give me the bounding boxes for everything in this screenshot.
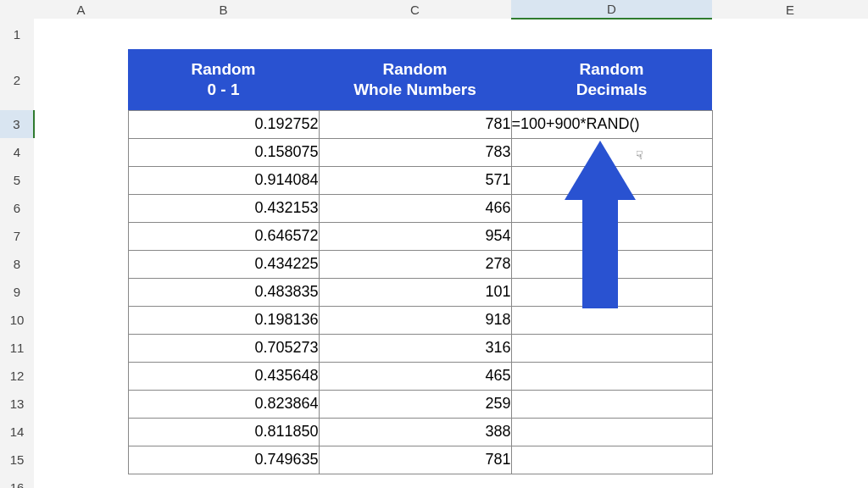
cell-D14[interactable] — [511, 418, 712, 446]
cell-E3[interactable] — [712, 110, 868, 138]
cell-D2-header[interactable]: Random Decimals — [511, 49, 712, 110]
cell-D15[interactable] — [511, 446, 712, 474]
row-header-3[interactable]: 3 — [0, 110, 34, 138]
cell-E9[interactable] — [712, 278, 868, 306]
cell-B16[interactable] — [128, 474, 319, 488]
cell-A1[interactable] — [34, 19, 128, 49]
cell-C8[interactable]: 278 — [319, 250, 511, 278]
select-all-corner[interactable] — [0, 0, 34, 19]
cell-A16[interactable] — [34, 474, 128, 488]
spreadsheet-grid[interactable]: A B C D E 1 2 Random 0 - 1 Random Whole … — [0, 0, 868, 488]
cell-E4[interactable] — [712, 138, 868, 166]
cell-B12[interactable]: 0.435648 — [128, 362, 319, 390]
cell-D4[interactable] — [511, 138, 712, 166]
cell-E8[interactable] — [712, 250, 868, 278]
cell-B11[interactable]: 0.705273 — [128, 334, 319, 362]
cell-E7[interactable] — [712, 222, 868, 250]
row-header-11[interactable]: 11 — [0, 334, 34, 362]
cell-A4[interactable] — [34, 138, 128, 166]
cell-C7[interactable]: 954 — [319, 222, 511, 250]
cell-B15[interactable]: 0.749635 — [128, 446, 319, 474]
row-header-2[interactable]: 2 — [0, 49, 34, 110]
cell-D12[interactable] — [511, 362, 712, 390]
cell-C15[interactable]: 781 — [319, 446, 511, 474]
cell-B4[interactable]: 0.158075 — [128, 138, 319, 166]
cell-E11[interactable] — [712, 334, 868, 362]
col-header-A[interactable]: A — [34, 0, 128, 19]
row-header-10[interactable]: 10 — [0, 306, 34, 334]
cell-B3[interactable]: 0.192752 — [128, 110, 319, 138]
cell-A10[interactable] — [34, 306, 128, 334]
cell-A7[interactable] — [34, 222, 128, 250]
cell-B14[interactable]: 0.811850 — [128, 418, 319, 446]
cell-B1[interactable] — [128, 19, 319, 49]
cell-D7[interactable] — [511, 222, 712, 250]
row-header-8[interactable]: 8 — [0, 250, 34, 278]
col-header-D[interactable]: D — [511, 0, 712, 19]
cell-D16[interactable] — [511, 474, 712, 488]
cell-A9[interactable] — [34, 278, 128, 306]
cell-A11[interactable] — [34, 334, 128, 362]
cell-B7[interactable]: 0.646572 — [128, 222, 319, 250]
col-header-E[interactable]: E — [712, 0, 868, 19]
col-header-B[interactable]: B — [128, 0, 319, 19]
cell-A13[interactable] — [34, 390, 128, 418]
cell-D6[interactable] — [511, 194, 712, 222]
cell-E16[interactable] — [712, 474, 868, 488]
row-header-14[interactable]: 14 — [0, 418, 34, 446]
row-header-16[interactable]: 16 — [0, 474, 34, 488]
cell-A12[interactable] — [34, 362, 128, 390]
cell-D13[interactable] — [511, 390, 712, 418]
cell-D3-formula[interactable]: =100+900*RAND() — [511, 110, 712, 138]
cell-C12[interactable]: 465 — [319, 362, 511, 390]
row-header-7[interactable]: 7 — [0, 222, 34, 250]
cell-B10[interactable]: 0.198136 — [128, 306, 319, 334]
cell-D11[interactable] — [511, 334, 712, 362]
cell-C13[interactable]: 259 — [319, 390, 511, 418]
cell-C5[interactable]: 571 — [319, 166, 511, 194]
row-header-9[interactable]: 9 — [0, 278, 34, 306]
cell-E6[interactable] — [712, 194, 868, 222]
cell-C9[interactable]: 101 — [319, 278, 511, 306]
col-header-C[interactable]: C — [319, 0, 511, 19]
cell-D10[interactable] — [511, 306, 712, 334]
cell-D1[interactable] — [511, 19, 712, 49]
cell-C2-header[interactable]: Random Whole Numbers — [319, 49, 511, 110]
cell-A2[interactable] — [34, 49, 128, 110]
cell-C11[interactable]: 316 — [319, 334, 511, 362]
row-header-1[interactable]: 1 — [0, 19, 34, 49]
cell-C6[interactable]: 466 — [319, 194, 511, 222]
cell-E12[interactable] — [712, 362, 868, 390]
cell-B9[interactable]: 0.483835 — [128, 278, 319, 306]
cell-A15[interactable] — [34, 446, 128, 474]
cell-E15[interactable] — [712, 446, 868, 474]
cell-D8[interactable] — [511, 250, 712, 278]
cell-E10[interactable] — [712, 306, 868, 334]
cell-D9[interactable] — [511, 278, 712, 306]
cell-A3[interactable] — [34, 110, 128, 138]
cell-D5[interactable] — [511, 166, 712, 194]
cell-C1[interactable] — [319, 19, 511, 49]
row-header-12[interactable]: 12 — [0, 362, 34, 390]
cell-E2[interactable] — [712, 49, 868, 110]
cell-C16[interactable] — [319, 474, 511, 488]
cell-B6[interactable]: 0.432153 — [128, 194, 319, 222]
cell-A5[interactable] — [34, 166, 128, 194]
cell-C14[interactable]: 388 — [319, 418, 511, 446]
cell-E5[interactable] — [712, 166, 868, 194]
cell-B5[interactable]: 0.914084 — [128, 166, 319, 194]
row-header-5[interactable]: 5 — [0, 166, 34, 194]
row-header-6[interactable]: 6 — [0, 194, 34, 222]
cell-E13[interactable] — [712, 390, 868, 418]
cell-A14[interactable] — [34, 418, 128, 446]
row-header-4[interactable]: 4 — [0, 138, 34, 166]
cell-C10[interactable]: 918 — [319, 306, 511, 334]
cell-E1[interactable] — [712, 19, 868, 49]
cell-E14[interactable] — [712, 418, 868, 446]
cell-B13[interactable]: 0.823864 — [128, 390, 319, 418]
cell-B8[interactable]: 0.434225 — [128, 250, 319, 278]
cell-B2-header[interactable]: Random 0 - 1 — [128, 49, 319, 110]
row-header-13[interactable]: 13 — [0, 390, 34, 418]
cell-C4[interactable]: 783 — [319, 138, 511, 166]
cell-A8[interactable] — [34, 250, 128, 278]
